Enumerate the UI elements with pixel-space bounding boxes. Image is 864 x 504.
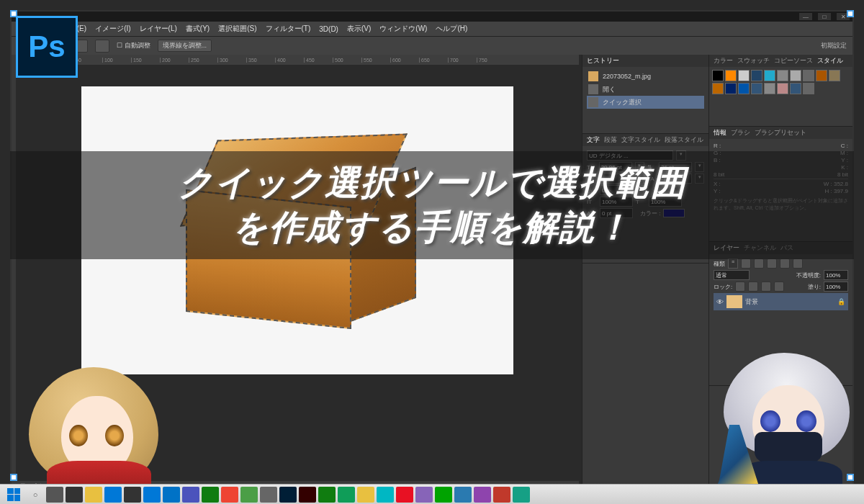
taskbar-settings-icon[interactable] bbox=[260, 487, 277, 503]
tab-情報[interactable]: 情報 bbox=[714, 128, 726, 138]
lock-trans-icon[interactable] bbox=[735, 282, 745, 292]
tab-ブラシ[interactable]: ブラシ bbox=[731, 128, 750, 138]
taskbar-edge-icon[interactable] bbox=[104, 487, 122, 503]
layer-row-bg[interactable]: 👁 背景 🔒 bbox=[714, 293, 848, 310]
visibility-icon[interactable]: 👁 bbox=[716, 298, 724, 306]
style-swatch[interactable] bbox=[790, 83, 801, 94]
tab-パス[interactable]: パス bbox=[780, 243, 793, 253]
leading-field[interactable] bbox=[659, 162, 692, 172]
kerning-drop-icon[interactable]: ▾ bbox=[635, 174, 644, 184]
tab-文字[interactable]: 文字 bbox=[587, 135, 600, 145]
taskbar-adobe-br-icon[interactable] bbox=[221, 487, 238, 503]
style-swatch[interactable] bbox=[725, 83, 737, 94]
taskbar-explorer2-icon[interactable] bbox=[357, 487, 374, 503]
taskbar-task-icon[interactable] bbox=[66, 487, 83, 503]
taskbar-excel-icon[interactable] bbox=[202, 487, 219, 503]
tab-コピーソース[interactable]: コピーソース bbox=[774, 56, 813, 66]
hscale-field[interactable] bbox=[649, 197, 682, 207]
lock-all-icon[interactable] bbox=[774, 282, 784, 292]
menu-layer[interactable]: レイヤー(L) bbox=[140, 24, 177, 34]
taskbar-explorer-icon[interactable] bbox=[85, 487, 102, 503]
font-family-field[interactable] bbox=[587, 150, 673, 161]
taskbar-teams-icon[interactable] bbox=[182, 487, 199, 503]
style-swatch[interactable] bbox=[712, 70, 724, 81]
filter-text-icon[interactable] bbox=[767, 258, 777, 269]
style-swatch[interactable] bbox=[777, 70, 788, 81]
search-icon[interactable]: ○ bbox=[27, 487, 44, 503]
taskbar-app2-icon[interactable] bbox=[396, 487, 413, 503]
taskbar-adobe-dw-icon[interactable] bbox=[240, 487, 258, 503]
font-dropdown-icon[interactable]: ▾ bbox=[676, 150, 686, 161]
menu-image[interactable]: イメージ(I) bbox=[95, 24, 130, 34]
taskbar-store-icon[interactable] bbox=[124, 487, 141, 503]
taskbar-sheets-icon[interactable] bbox=[338, 487, 355, 503]
menu-type[interactable]: 書式(Y) bbox=[186, 24, 210, 34]
baseline-field[interactable] bbox=[600, 208, 633, 218]
menu-window[interactable]: ウィンドウ(W) bbox=[379, 24, 427, 34]
brush-size-button[interactable] bbox=[95, 40, 109, 53]
history-item[interactable]: 開く bbox=[587, 83, 704, 96]
style-swatch[interactable] bbox=[777, 83, 788, 94]
style-swatch[interactable] bbox=[725, 70, 737, 81]
document-canvas[interactable] bbox=[81, 86, 513, 374]
opacity-field[interactable] bbox=[824, 270, 848, 280]
history-item[interactable]: クイック選択 bbox=[587, 96, 704, 109]
style-swatch[interactable] bbox=[764, 83, 775, 94]
tab-カラー[interactable]: カラー bbox=[714, 56, 733, 66]
tsume-field[interactable] bbox=[600, 185, 633, 195]
filter-pixel-icon[interactable] bbox=[741, 258, 751, 269]
taskbar-app5-icon[interactable] bbox=[454, 487, 472, 503]
menu-help[interactable]: ヘルプ(H) bbox=[436, 24, 467, 34]
size-drop-icon[interactable]: ▾ bbox=[635, 162, 644, 172]
menu-view[interactable]: 表示(V) bbox=[347, 24, 371, 34]
workspace-label[interactable]: 初期設定 bbox=[821, 41, 847, 50]
style-swatch[interactable] bbox=[738, 70, 750, 81]
style-swatch[interactable] bbox=[790, 70, 801, 81]
taskbar-search-icon[interactable] bbox=[46, 487, 63, 503]
kerning-field[interactable] bbox=[599, 174, 632, 184]
blend-mode-field[interactable] bbox=[714, 270, 750, 280]
lock-pos-icon[interactable] bbox=[761, 282, 771, 292]
taskbar-app3-icon[interactable] bbox=[415, 487, 433, 503]
fill-field[interactable] bbox=[824, 282, 848, 292]
taskbar-app6-icon[interactable] bbox=[474, 487, 491, 503]
minimize-button[interactable]: — bbox=[799, 13, 812, 20]
menu-3d[interactable]: 3D(D) bbox=[319, 25, 338, 33]
tab-文字スタイル[interactable]: 文字スタイル bbox=[621, 135, 660, 145]
filter-shape-icon[interactable] bbox=[780, 258, 790, 269]
style-swatch[interactable] bbox=[816, 70, 827, 81]
tab-レイヤー[interactable]: レイヤー bbox=[714, 243, 739, 253]
tab-スタイル[interactable]: スタイル bbox=[817, 56, 843, 66]
style-swatch[interactable] bbox=[803, 70, 814, 81]
style-swatch[interactable] bbox=[751, 70, 762, 81]
lock-pixel-icon[interactable] bbox=[748, 282, 758, 292]
vscale-field[interactable] bbox=[600, 197, 633, 207]
start-button[interactable] bbox=[3, 487, 24, 503]
style-swatch[interactable] bbox=[712, 83, 724, 94]
tracking-drop-icon[interactable]: ▾ bbox=[695, 174, 704, 184]
tab-ブラシプリセット[interactable]: ブラシプリセット bbox=[755, 128, 806, 138]
leading-drop-icon[interactable]: ▾ bbox=[695, 162, 704, 172]
style-swatch[interactable] bbox=[803, 83, 814, 94]
auto-enhance-checkbox[interactable]: ☐ 自動調整 bbox=[117, 41, 150, 50]
style-swatch[interactable] bbox=[764, 70, 775, 81]
taskbar-app1-icon[interactable] bbox=[377, 487, 394, 503]
taskbar-excel2-icon[interactable] bbox=[318, 487, 336, 503]
font-size-field[interactable] bbox=[599, 162, 632, 172]
style-swatch[interactable] bbox=[738, 83, 750, 94]
tab-段落スタイル[interactable]: 段落スタイル bbox=[665, 135, 703, 145]
taskbar-app4-icon[interactable] bbox=[435, 487, 452, 503]
tab-チャンネル[interactable]: チャンネル bbox=[744, 243, 776, 253]
history-doc[interactable]: 22073052_m.jpg bbox=[587, 70, 704, 83]
taskbar-app8-icon[interactable] bbox=[513, 487, 530, 503]
taskbar-illustrator-icon[interactable] bbox=[299, 487, 316, 503]
taskbar-photoshop-icon[interactable] bbox=[279, 487, 297, 503]
style-swatch[interactable] bbox=[829, 70, 840, 81]
tracking-field[interactable] bbox=[659, 174, 692, 184]
taskbar-outlook-icon[interactable] bbox=[163, 487, 180, 503]
tab-history[interactable]: ヒストリー bbox=[587, 56, 619, 66]
taskbar-mail-icon[interactable] bbox=[143, 487, 161, 503]
filter-adj-icon[interactable] bbox=[754, 258, 764, 269]
menu-select[interactable]: 選択範囲(S) bbox=[218, 24, 256, 34]
taskbar-app7-icon[interactable] bbox=[493, 487, 510, 503]
